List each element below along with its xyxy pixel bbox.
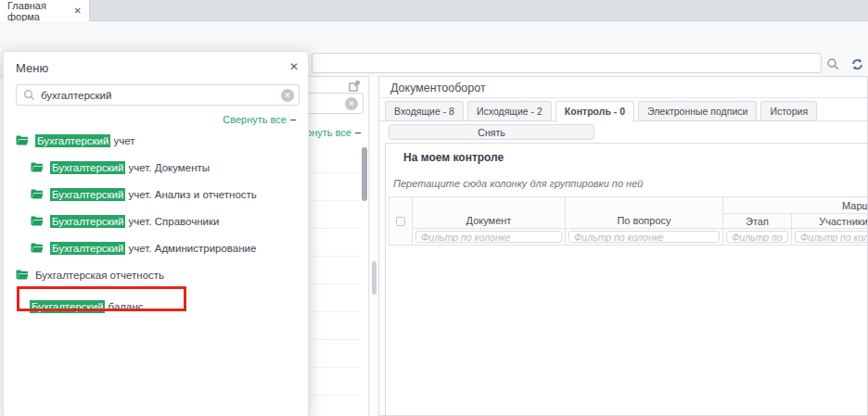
menu-item-accounting-reports[interactable]: Бухгалтерская отчетность bbox=[16, 261, 164, 288]
menu-item-accounting-references[interactable]: Бухгалтерский учет. Справочники bbox=[31, 208, 219, 234]
column-header-document[interactable]: Документ bbox=[413, 197, 566, 229]
collapse-minus-icon: ‒ bbox=[290, 114, 296, 125]
search-icon bbox=[23, 89, 35, 101]
page-scrollbar[interactable] bbox=[370, 76, 378, 416]
popout-icon[interactable] bbox=[349, 80, 361, 92]
column-group-route[interactable]: Маршрут bbox=[723, 197, 868, 214]
menu-item-balance-sheet[interactable]: Бухгалтерский баланс bbox=[30, 293, 144, 320]
filter-input-document[interactable] bbox=[415, 231, 562, 243]
folder-icon bbox=[31, 189, 44, 199]
tab-outgoing[interactable]: Исходящие - 2 bbox=[467, 101, 552, 121]
divider bbox=[379, 97, 867, 98]
search-button[interactable] bbox=[823, 55, 842, 73]
window-tabbar: Главная форма ✕ bbox=[0, 0, 868, 21]
filter-input-subject[interactable] bbox=[568, 231, 720, 243]
menu-dialog: Меню ✕ ✕ Свернуть все‒ Бухгалтерский уче… bbox=[3, 51, 309, 416]
filter-input-stage[interactable] bbox=[726, 231, 788, 243]
clear-search-icon[interactable]: ✕ bbox=[281, 89, 294, 102]
filter-cell bbox=[413, 229, 566, 246]
tab-close-icon[interactable]: ✕ bbox=[74, 6, 82, 16]
tab-history[interactable]: История bbox=[760, 101, 817, 121]
folder-icon bbox=[31, 243, 44, 253]
section-title: На моем контроле bbox=[403, 151, 504, 164]
filter-input-participants[interactable] bbox=[795, 231, 868, 243]
menu-item-accounting-documents[interactable]: Бухгалтерский учет. Документы bbox=[31, 154, 210, 181]
page-scrollbar-thumb[interactable] bbox=[372, 261, 377, 295]
column-header-subject[interactable]: По вопросу bbox=[566, 197, 723, 229]
dialog-close-icon[interactable]: ✕ bbox=[289, 60, 299, 73]
filter-cell bbox=[566, 229, 723, 246]
tab-main-form[interactable]: Главная форма ✕ bbox=[0, 0, 90, 21]
global-search-input[interactable] bbox=[312, 53, 822, 73]
remove-button[interactable]: Снять bbox=[389, 124, 594, 140]
refresh-icon bbox=[850, 57, 864, 71]
menu-item-accounting[interactable]: Бухгалтерский учет bbox=[16, 127, 135, 154]
search-icon bbox=[826, 57, 839, 70]
menu-search-field[interactable]: ✕ bbox=[16, 84, 300, 106]
panel-scrollbar-thumb[interactable] bbox=[362, 147, 367, 201]
tab-incoming[interactable]: Входящие - 8 bbox=[385, 101, 464, 121]
tab-control[interactable]: Контроль - 0 bbox=[555, 101, 634, 122]
filter-cell bbox=[792, 229, 868, 246]
control-tab-content: На моем контроле Перетащите сюда колонку… bbox=[385, 143, 868, 416]
group-by-hint: Перетащите сюда колонку для группировки … bbox=[393, 178, 643, 189]
panel-title: Документооборот bbox=[390, 82, 486, 95]
folder-icon bbox=[16, 270, 29, 280]
menu-collapse-all-link[interactable]: Свернуть все‒ bbox=[223, 114, 296, 125]
column-header-stage[interactable]: Этап bbox=[723, 214, 792, 229]
app-window: Главная форма ✕ ✕ bbox=[0, 0, 868, 416]
header-checkbox-cell bbox=[389, 197, 413, 246]
dialog-title: Меню bbox=[16, 61, 48, 75]
collapse-minus-icon: ‒ bbox=[355, 127, 361, 138]
document-flow-tabs: Входящие - 8 Исходящие - 2 Контроль - 0 … bbox=[385, 101, 817, 121]
clear-search-icon[interactable]: ✕ bbox=[345, 97, 358, 110]
tab-signatures[interactable]: Электронные подписи bbox=[638, 101, 757, 121]
document-flow-panel: Документооборот Входящие - 8 Исходящие -… bbox=[378, 76, 868, 416]
select-all-checkbox[interactable] bbox=[396, 217, 405, 226]
menu-search-input[interactable] bbox=[41, 85, 273, 105]
folder-icon bbox=[16, 135, 29, 145]
documents-table-header: Документ По вопросу Маршрут Этап Участни… bbox=[389, 196, 868, 246]
folder-icon bbox=[31, 162, 44, 172]
folder-icon bbox=[31, 216, 44, 226]
filter-cell bbox=[723, 229, 792, 246]
menu-item-accounting-analysis[interactable]: Бухгалтерский учет. Анализ и отчетность bbox=[31, 181, 257, 208]
menu-item-accounting-administration[interactable]: учет. АдминистрированиеБухгалтерский уче… bbox=[31, 234, 256, 261]
column-header-participants[interactable]: Участники bbox=[792, 214, 868, 229]
tab-main-form-label: Главная форма bbox=[7, 0, 67, 22]
refresh-button[interactable] bbox=[848, 55, 866, 73]
